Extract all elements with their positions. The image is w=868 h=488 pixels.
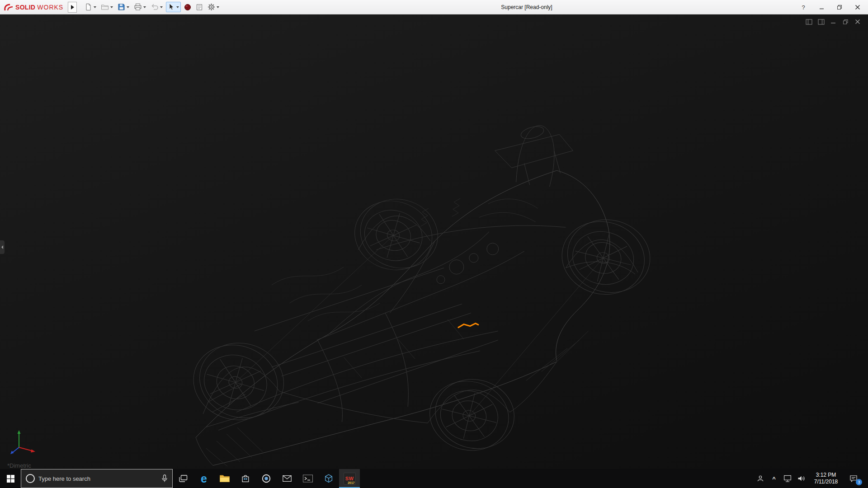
- selected-edge-highlight[interactable]: [458, 324, 478, 328]
- save-dropdown-caret[interactable]: [127, 6, 129, 8]
- cortana-icon[interactable]: [26, 474, 35, 483]
- taskbar-item-file-explorer[interactable]: [214, 469, 235, 488]
- taskbar-item-store[interactable]: [235, 469, 256, 488]
- ds-swoosh-icon: [4, 3, 14, 11]
- menu-flyout-button[interactable]: [68, 2, 77, 13]
- select-cursor-icon: [168, 3, 175, 11]
- feature-panel-flyout-tab[interactable]: [0, 240, 5, 254]
- taskbar-clock[interactable]: 3:12 PM 7/11/2018: [808, 472, 844, 485]
- close-icon: [855, 5, 860, 10]
- view-orientation-label: *Dimetric: [7, 462, 31, 469]
- select-dropdown-caret[interactable]: [176, 6, 179, 8]
- close-button[interactable]: [851, 1, 864, 13]
- doc-restore-icon: [843, 19, 849, 25]
- pane-left-icon: [806, 19, 812, 25]
- taskbar-item-mail[interactable]: [277, 469, 297, 488]
- search-input[interactable]: [38, 475, 158, 482]
- doc-minimize-button[interactable]: [829, 18, 837, 25]
- pane-right-button[interactable]: [817, 18, 825, 25]
- help-icon: ?: [802, 4, 805, 11]
- open-folder-icon: [101, 3, 109, 11]
- doc-restore-button[interactable]: [841, 18, 849, 25]
- edge-icon: e: [201, 473, 207, 484]
- window-title: Supercar [Read-only]: [501, 4, 552, 10]
- undo-dropdown-caret[interactable]: [160, 6, 163, 8]
- window-controls: ?: [797, 0, 864, 14]
- microphone-icon[interactable]: [161, 474, 168, 483]
- taskbar-item-chrome[interactable]: [256, 469, 277, 488]
- start-button[interactable]: [0, 469, 21, 488]
- orientation-triad: [6, 427, 42, 460]
- chevron-up-icon: ^: [772, 475, 776, 482]
- taskbar-search[interactable]: [21, 469, 173, 488]
- store-icon: [241, 474, 250, 483]
- wheel-rear-right: [554, 210, 658, 304]
- new-document-button[interactable]: [83, 2, 98, 12]
- flyout-arrow-icon: [71, 5, 74, 9]
- new-document-icon: [85, 3, 92, 11]
- wheel-front-right: [346, 189, 446, 280]
- quick-access-toolbar: [83, 2, 221, 12]
- taskbar-item-3d-viewer[interactable]: [318, 469, 339, 488]
- volume-icon: [797, 474, 806, 483]
- chrome-icon: [261, 474, 271, 483]
- file-properties-icon: [196, 4, 203, 11]
- minimize-icon: [819, 5, 824, 10]
- clock-time: 3:12 PM: [808, 472, 844, 479]
- solidworks-logo: SOLIDWORKS: [0, 3, 68, 11]
- clock-date: 7/11/2018: [808, 479, 844, 485]
- options-dropdown-caret[interactable]: [217, 6, 219, 8]
- pane-right-icon: [818, 19, 825, 25]
- task-view-icon: [179, 474, 188, 483]
- volume-button[interactable]: [795, 469, 807, 488]
- new-dropdown-caret[interactable]: [94, 6, 96, 8]
- file-properties-button[interactable]: [194, 3, 204, 12]
- command-prompt-icon: [302, 474, 313, 483]
- taskbar-item-command-prompt[interactable]: [297, 469, 318, 488]
- document-window-controls: [805, 18, 862, 25]
- open-button[interactable]: [99, 2, 114, 12]
- task-view-button[interactable]: [173, 469, 193, 488]
- open-dropdown-caret[interactable]: [110, 6, 113, 8]
- wireframe-model-canvas[interactable]: [0, 14, 868, 469]
- network-button[interactable]: [781, 469, 794, 488]
- doc-close-button[interactable]: [854, 18, 862, 25]
- pane-left-button[interactable]: [805, 18, 813, 25]
- show-hidden-icons-button[interactable]: ^: [768, 469, 780, 488]
- taskbar-item-edge[interactable]: e: [193, 469, 214, 488]
- notification-badge: 3: [856, 479, 862, 485]
- print-dropdown-caret[interactable]: [143, 6, 146, 8]
- wheel-front-left: [184, 332, 292, 431]
- supercar-wireframe: [184, 124, 658, 466]
- chevron-left-icon: [1, 245, 3, 249]
- taskbar-item-solidworks[interactable]: SW 2017: [339, 469, 360, 488]
- appearance-sphere-icon: [184, 4, 191, 11]
- save-button[interactable]: [116, 2, 131, 12]
- 3d-cube-icon: [324, 474, 334, 483]
- doc-close-icon: [855, 19, 860, 24]
- solidworks-icon-year: 2017: [348, 481, 355, 484]
- graphics-viewport[interactable]: *Dimetric: [0, 14, 868, 469]
- titlebar: SOLIDWORKS: [0, 0, 868, 14]
- options-gear-icon: [208, 3, 215, 11]
- save-floppy-icon: [118, 3, 125, 11]
- action-center-button[interactable]: 3: [844, 469, 863, 488]
- print-button[interactable]: [132, 2, 147, 12]
- solidworks-2017-icon: SW 2017: [344, 473, 356, 485]
- undo-button[interactable]: [149, 2, 164, 12]
- options-button[interactable]: [206, 2, 221, 12]
- wheel-rear-left: [422, 370, 521, 460]
- print-icon: [134, 3, 142, 11]
- minimize-button[interactable]: [815, 1, 828, 13]
- select-tool-button[interactable]: [166, 2, 181, 12]
- maximize-restore-button[interactable]: [833, 1, 846, 13]
- file-explorer-icon: [219, 474, 230, 483]
- windows-taskbar: e: [0, 469, 868, 488]
- solidworks-icon-label: SW: [345, 476, 354, 481]
- brand-works-text: WORKS: [37, 4, 63, 11]
- help-button[interactable]: ?: [797, 1, 810, 13]
- mail-icon: [282, 474, 292, 483]
- appearance-sphere-button[interactable]: [183, 3, 193, 12]
- system-tray: ^ 3:12 PM 7/11/2018 3: [754, 469, 868, 488]
- people-button[interactable]: [754, 469, 767, 488]
